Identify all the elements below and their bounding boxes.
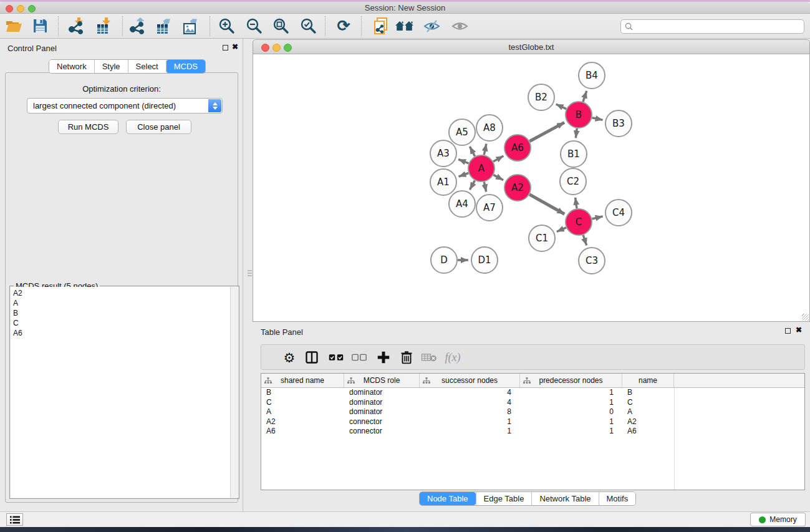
tab-mcds[interactable]: MCDS [166, 60, 205, 73]
table-row[interactable]: Cdominator41C [261, 398, 804, 408]
close-panel-button[interactable]: Close panel [126, 120, 191, 134]
table-cell[interactable]: B [261, 388, 344, 398]
graph-edge-B-B1[interactable] [576, 128, 577, 138]
deselect-all-checkboxes-icon[interactable] [352, 354, 367, 360]
graph-edge-A-A4[interactable] [470, 180, 475, 190]
column-header-name[interactable]: name [622, 374, 674, 387]
app-titlebar[interactable]: Session: New Session [0, 2, 810, 14]
table-cell[interactable]: 0 [520, 407, 622, 417]
mcds-result-item[interactable]: A6 [11, 328, 238, 338]
table-cell[interactable]: dominator [344, 398, 420, 408]
dropdown-stepper-icon[interactable] [208, 99, 221, 112]
table-cell[interactable]: 1 [420, 427, 520, 437]
table-row[interactable]: Adominator80A [261, 407, 804, 417]
graph-edge-C-C4[interactable] [592, 216, 602, 219]
tab-network[interactable]: Network [49, 60, 94, 73]
function-builder-icon[interactable]: f(x) [445, 351, 461, 364]
table-cell[interactable]: 4 [420, 388, 520, 398]
table-cell[interactable]: dominator [344, 388, 420, 398]
graph-edge-C-C3[interactable] [583, 235, 587, 246]
show-eye-icon[interactable] [450, 17, 469, 36]
table-cell[interactable]: 8 [420, 407, 520, 417]
table-cell[interactable]: C [261, 398, 344, 408]
hide-selected-eye-icon[interactable] [422, 17, 441, 36]
table-cell[interactable]: A2 [622, 417, 674, 427]
table-cell[interactable]: 1 [520, 427, 622, 437]
search-input[interactable] [635, 22, 804, 31]
tab-select[interactable]: Select [128, 60, 166, 73]
new-network-from-selection-icon[interactable] [372, 17, 390, 36]
zoom-in-icon[interactable] [217, 17, 236, 36]
table-cell[interactable]: 1 [520, 398, 622, 408]
export-image-icon[interactable] [181, 17, 200, 36]
graph-edge-C-C2[interactable] [576, 198, 577, 208]
vertical-splitter-handle[interactable] [248, 270, 252, 277]
table-cell[interactable]: B [622, 388, 674, 398]
mcds-result-item[interactable]: C [11, 318, 238, 328]
run-mcds-button[interactable]: Run MCDS [58, 120, 118, 134]
table-cell[interactable]: connector [344, 427, 420, 437]
window-resize-grip[interactable] [802, 314, 809, 321]
mcds-result-item[interactable]: A2 [11, 288, 238, 298]
open-file-icon[interactable] [4, 17, 23, 36]
float-panel-icon[interactable] [223, 45, 228, 51]
table-cell[interactable]: A [261, 407, 344, 417]
add-column-icon[interactable] [378, 351, 390, 363]
table-cell[interactable]: A [622, 407, 674, 417]
graph-edge-A-A3[interactable] [458, 160, 468, 163]
criterion-dropdown[interactable]: largest connected component (directed) [27, 98, 223, 114]
table-cell[interactable]: C [622, 398, 674, 408]
graph-edge-A-A6[interactable] [493, 156, 503, 162]
select-all-checkboxes-icon[interactable] [329, 354, 344, 360]
column-header-predecessor-nodes[interactable]: predecessor nodes [520, 374, 622, 387]
graph-edge-A-A5[interactable] [470, 147, 475, 157]
graph-edge-A2-C[interactable] [529, 195, 564, 215]
home-pages-icon[interactable] [395, 17, 413, 36]
table-row[interactable]: Bdominator41B [261, 388, 804, 398]
tab-edge-table[interactable]: Edge Table [476, 492, 532, 505]
table-cell[interactable]: connector [344, 417, 420, 427]
graph-edge-C-C1[interactable] [557, 228, 566, 232]
close-panel-icon[interactable]: ✖ [796, 326, 802, 334]
graph-edge-A-A2[interactable] [493, 175, 503, 180]
export-table-icon[interactable] [155, 17, 173, 36]
float-panel-icon[interactable] [785, 328, 791, 334]
search-box[interactable] [620, 19, 804, 34]
table-row[interactable]: A2connector11A2 [261, 417, 804, 427]
close-panel-icon[interactable]: ✖ [232, 42, 238, 51]
table-cell[interactable]: A6 [622, 427, 674, 437]
table-cell[interactable]: A6 [261, 427, 344, 437]
delete-column-trash-icon[interactable] [401, 351, 412, 364]
table-row[interactable]: A6connector11A6 [261, 427, 804, 437]
network-canvas[interactable]: B4B2BB3A8A5A6A3B1AC2A1A2A4A7C4CC1C3DD1 [253, 54, 810, 322]
table-cell[interactable]: dominator [344, 407, 420, 417]
mcds-result-listbox[interactable]: A2ABCA6 [11, 287, 238, 498]
graph-edge-B-B2[interactable] [556, 104, 567, 109]
tab-motifs[interactable]: Motifs [599, 492, 636, 505]
memory-button[interactable]: Memory [750, 513, 806, 526]
list-scrollbar[interactable] [230, 287, 238, 498]
table-cell[interactable]: 1 [520, 388, 622, 398]
tab-network-table[interactable]: Network Table [531, 492, 598, 505]
task-list-button[interactable] [6, 513, 23, 526]
refresh-icon[interactable]: ⟳ [334, 17, 353, 36]
column-header-successor-nodes[interactable]: successor nodes [420, 374, 520, 387]
graph-edge-B-B3[interactable] [592, 118, 603, 120]
import-table-icon[interactable] [95, 17, 113, 36]
mcds-result-item[interactable]: B [11, 308, 238, 318]
delete-table-icon[interactable] [422, 353, 437, 362]
settings-gear-icon[interactable]: ⚙ [284, 351, 296, 364]
export-network-icon[interactable] [128, 17, 147, 36]
column-header-mcds-role[interactable]: MCDS role [344, 374, 420, 387]
table-cell[interactable]: A2 [261, 417, 344, 427]
column-header-shared-name[interactable]: shared name [261, 374, 344, 387]
tab-node-table[interactable]: Node Table [420, 492, 476, 505]
zoom-fit-icon[interactable] [271, 17, 290, 36]
graph-edge-B-B4[interactable] [583, 91, 587, 102]
save-session-icon[interactable] [31, 17, 49, 36]
table-cell[interactable]: 1 [420, 417, 520, 427]
table-cell[interactable]: 1 [520, 417, 622, 427]
column-layout-icon[interactable] [306, 351, 318, 364]
zoom-out-icon[interactable] [244, 17, 263, 36]
graph-edge-A6-B[interactable] [529, 122, 564, 141]
